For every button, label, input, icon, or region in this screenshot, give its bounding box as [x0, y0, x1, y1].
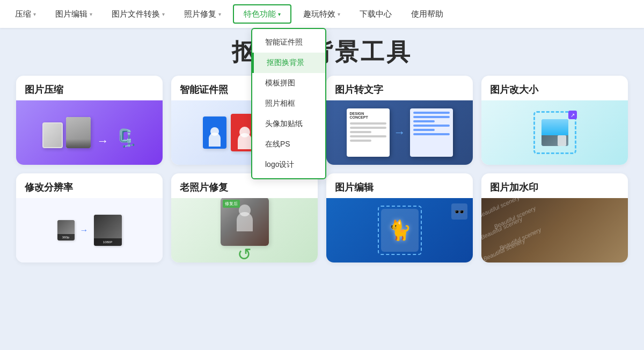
card-edit-title: 图片编辑 [326, 173, 473, 198]
dropdown-item-template-collage[interactable]: 模板拼图 [252, 73, 325, 93]
card-edit[interactable]: 图片编辑 🐈 🕶️ [326, 173, 473, 262]
chevron-down-icon: ▾ [90, 11, 92, 17]
nav-fun-effects[interactable]: 趣玩特效 ▾ [294, 0, 350, 28]
card-restore-image: 修复后 ↺ [171, 198, 318, 262]
nav-file-convert[interactable]: 图片文件转换 ▾ [102, 0, 174, 28]
nav-compress[interactable]: 压缩 ▾ [5, 0, 46, 28]
special-features-dropdown: 智能证件照 抠图换背景 模板拼图 照片相框 头像加贴纸 在线PS logo设计 [251, 28, 326, 179]
chevron-down-icon: ▾ [278, 11, 281, 17]
card-watermark-image: Beautiful scenery Beautiful scenery Beau… [481, 198, 628, 262]
card-watermark-title: 图片加水印 [481, 173, 628, 198]
dropdown-item-photo-frame[interactable]: 照片相框 [252, 93, 325, 114]
nav-special-features[interactable]: 特色功能 ▾ [233, 4, 291, 24]
card-resolution-title: 修改分辨率 [16, 173, 163, 198]
card-ocr-title: 图片转文字 [326, 76, 473, 100]
card-resolution[interactable]: 修改分辨率 360p → 1080P [16, 173, 163, 262]
dropdown-item-online-ps[interactable]: 在线PS [252, 134, 325, 155]
chevron-down-icon: ▾ [162, 11, 165, 17]
chevron-down-icon: ▾ [218, 11, 221, 17]
card-resolution-image: 360p → 1080P [16, 198, 163, 262]
nav-image-edit[interactable]: 图片编辑 ▾ [46, 0, 102, 28]
navbar: 压缩 ▾ 图片编辑 ▾ 图片文件转换 ▾ 照片修复 ▾ 特色功能 ▾ 趣玩特效 … [0, 0, 644, 28]
card-restore[interactable]: 老照片修复 修复后 ↺ [171, 173, 318, 262]
card-compress-title: 图片压缩 [16, 76, 163, 100]
card-resize-title: 图片改大小 [481, 76, 628, 100]
card-watermark[interactable]: 图片加水印 Beautiful scenery Beautiful scener… [481, 173, 628, 262]
card-ocr-image: DESIGNCONCEPT → [326, 100, 473, 165]
dropdown-item-avatar-sticker[interactable]: 头像加贴纸 [252, 114, 325, 134]
nav-help[interactable]: 使用帮助 [401, 0, 453, 28]
card-compress-image: → 🗜️ [16, 100, 163, 165]
chevron-down-icon: ▾ [33, 11, 36, 17]
card-ocr[interactable]: 图片转文字 DESIGNCONCEPT → [326, 76, 473, 165]
nav-photo-repair[interactable]: 照片修复 ▾ [174, 0, 231, 28]
card-resize[interactable]: 图片改大小 ↗ [481, 76, 628, 165]
card-resize-image: ↗ [481, 100, 628, 165]
watermark-text-5: Beautiful scenery [482, 237, 526, 262]
card-edit-image: 🐈 🕶️ [326, 198, 473, 262]
dropdown-item-id-photo[interactable]: 智能证件照 [252, 32, 325, 53]
dropdown-item-logo-design[interactable]: logo设计 [252, 155, 325, 175]
chevron-down-icon: ▾ [338, 11, 340, 17]
nav-download-center[interactable]: 下载中心 [350, 0, 401, 28]
card-compress[interactable]: 图片压缩 → 🗜️ [16, 76, 163, 165]
dropdown-item-bg-replace[interactable]: 抠图换背景 [252, 53, 325, 73]
